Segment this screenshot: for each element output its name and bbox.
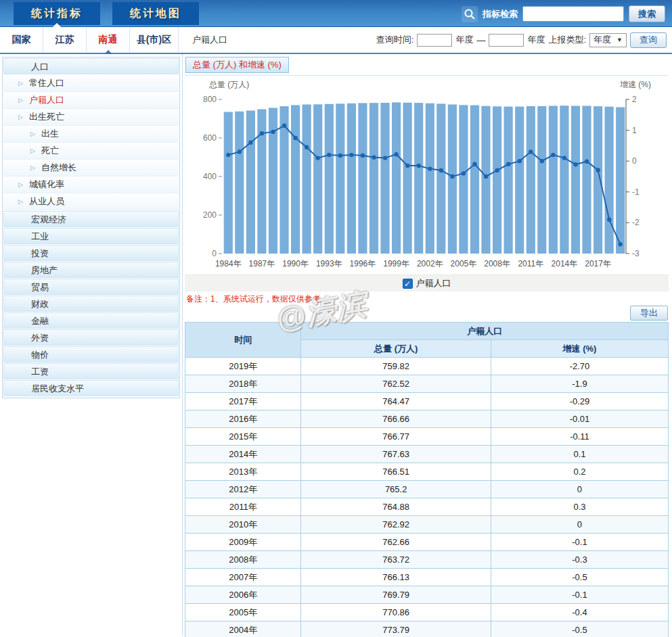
search-label: 指标检索	[483, 8, 518, 20]
export-row: 导出	[185, 304, 669, 322]
expand-arrow-icon[interactable]: ▷	[30, 164, 35, 171]
population-chart: 8006004002000210-1-2-31984年1987年1990年199…	[185, 93, 662, 275]
svg-text:-3: -3	[632, 249, 640, 258]
svg-text:200: 200	[203, 210, 217, 220]
cell-year: 2011年	[185, 498, 301, 516]
sidebar-item-从业人员[interactable]: ▷从业人员	[3, 193, 179, 210]
svg-text:400: 400	[203, 172, 217, 181]
expand-arrow-icon[interactable]: ▷	[30, 131, 35, 137]
svg-text:2011年: 2011年	[518, 259, 543, 268]
sidebar-item-房地产[interactable]: 房地产	[3, 262, 179, 278]
tab-label: 统计指标	[31, 7, 83, 19]
sidebar-item-label: 户籍人口	[29, 94, 64, 106]
chart-tab-total-growth[interactable]: 总量 (万人) 和增速 (%)	[185, 57, 289, 73]
tab-statistical-indicators[interactable]: 统计指标	[14, 2, 100, 25]
expand-arrow-icon[interactable]: ▷	[18, 80, 23, 87]
sidebar-list: 人口▷常住人口▷户籍人口▷出生死亡▷出生▷死亡▷自然增长▷城镇化率▷从业人员宏观…	[2, 57, 180, 398]
sidebar-item-城镇化率[interactable]: ▷城镇化率	[3, 176, 179, 193]
svg-text:1996年: 1996年	[350, 259, 376, 268]
cell-growth: 0.1	[491, 446, 668, 463]
report-type-select[interactable]: 年度 ▼	[589, 33, 627, 47]
sidebar: 人口▷常住人口▷户籍人口▷出生死亡▷出生▷死亡▷自然增长▷城镇化率▷从业人员宏观…	[0, 54, 183, 636]
left-axis-title: 总量 (万人)	[209, 79, 249, 91]
sidebar-item-label: 金融	[31, 316, 49, 326]
sidebar-item-贸易[interactable]: 贸易	[3, 279, 179, 295]
cell-total: 763.72	[301, 551, 491, 569]
svg-text:2017年: 2017年	[585, 259, 611, 268]
cell-year: 2014年	[185, 446, 301, 463]
cell-total: 766.77	[301, 428, 491, 446]
table-row: 2008年763.72-0.3	[185, 551, 669, 569]
tab-statistical-map[interactable]: 统计地图	[112, 2, 199, 25]
cell-year: 2018年	[185, 375, 301, 393]
expand-arrow-icon[interactable]: ▷	[18, 97, 23, 103]
expand-arrow-icon[interactable]: ▷	[30, 147, 35, 154]
svg-text:2008年: 2008年	[484, 259, 510, 268]
sidebar-item-label: 宏观经济	[31, 214, 66, 225]
search-input[interactable]	[522, 6, 624, 22]
year-to-input[interactable]	[489, 34, 524, 47]
sidebar-item-出生[interactable]: ▷出生	[3, 126, 179, 143]
cell-total: 773.79	[301, 621, 491, 637]
main-content: 总量 (万人) 和增速 (%) 总量 (万人) 增速 (%) 800600400…	[183, 54, 672, 636]
export-button[interactable]: 导出	[630, 306, 668, 321]
expand-arrow-icon[interactable]: ▷	[18, 198, 23, 205]
region-tab-country[interactable]: 国家	[0, 27, 43, 53]
body: 人口▷常住人口▷户籍人口▷出生死亡▷出生▷死亡▷自然增长▷城镇化率▷从业人员宏观…	[0, 54, 672, 636]
search-button[interactable]: 搜索	[629, 5, 665, 22]
sidebar-item-财政[interactable]: 财政	[3, 296, 179, 312]
region-label: 南通	[99, 34, 118, 46]
sidebar-item-label: 财政	[31, 299, 49, 309]
cell-year: 2007年	[185, 569, 301, 586]
cell-year: 2005年	[185, 604, 301, 621]
expand-arrow-icon[interactable]: ▷	[18, 181, 23, 188]
svg-text:1: 1	[632, 126, 637, 135]
sidebar-item-户籍人口[interactable]: ▷户籍人口	[3, 92, 179, 109]
sidebar-item-常住人口[interactable]: ▷常住人口	[3, 75, 179, 92]
right-axis-title: 增速 (%)	[620, 79, 651, 91]
cell-growth: -0.11	[491, 428, 668, 446]
cell-growth: -2.70	[491, 358, 668, 375]
region-label: 国家	[12, 34, 31, 46]
page-title: 户籍人口	[192, 27, 227, 53]
sidebar-item-label: 出生死亡	[29, 111, 64, 123]
chart-tabbar: 总量 (万人) 和增速 (%)	[185, 54, 669, 76]
sidebar-item-投资[interactable]: 投资	[3, 245, 179, 261]
sidebar-item-工业[interactable]: 工业	[3, 228, 179, 244]
sidebar-item-宏观经济[interactable]: 宏观经济	[3, 211, 179, 227]
sidebar-item-出生死亡[interactable]: ▷出生死亡	[3, 109, 179, 126]
sidebar-item-label: 房地产	[31, 265, 58, 275]
cell-total: 759.82	[301, 358, 491, 375]
sidebar-item-金融[interactable]: 金融	[3, 312, 179, 329]
svg-text:600: 600	[203, 133, 217, 143]
system-note: 备注：1、系统试运行，数据仅供参考。	[185, 293, 669, 304]
sidebar-item-物价[interactable]: 物价	[3, 346, 179, 362]
table-row: 2005年770.86-0.4	[185, 604, 669, 621]
cell-total: 767.63	[301, 446, 491, 463]
expand-arrow-icon[interactable]: ▷	[18, 114, 23, 120]
sidebar-item-居民收支水平[interactable]: 居民收支水平	[3, 380, 179, 396]
sidebar-item-死亡[interactable]: ▷死亡	[3, 143, 179, 160]
population-table: 时间 户籍人口 总量 (万人) 增速 (%) 2019年759.82-2.702…	[185, 322, 669, 637]
sidebar-item-label: 自然增长	[41, 162, 76, 174]
region-tab-nantong[interactable]: 南通	[87, 27, 130, 53]
sidebar-item-工资[interactable]: 工资	[3, 363, 179, 379]
region-tab-county[interactable]: 县(市)区	[130, 27, 179, 53]
svg-text:2: 2	[632, 95, 637, 104]
table-row: 2015年766.77-0.11	[185, 428, 669, 446]
query-button[interactable]: 查询	[630, 32, 667, 48]
sidebar-item-label: 常住人口	[29, 77, 64, 89]
table-row: 2016年766.66-0.01	[185, 410, 669, 428]
cell-total: 770.86	[301, 604, 491, 621]
cell-growth: -0.01	[491, 410, 668, 428]
year-from-input[interactable]	[417, 34, 452, 47]
caret-down-icon: ▼	[617, 37, 623, 43]
legend-checkbox[interactable]: ✓	[403, 279, 413, 289]
cell-growth: -0.1	[491, 586, 668, 604]
region-tab-jiangsu[interactable]: 江苏	[43, 27, 87, 53]
sidebar-item-自然增长[interactable]: ▷自然增长	[3, 160, 179, 176]
cell-growth: -0.29	[491, 393, 668, 410]
sidebar-item-人口[interactable]: 人口	[3, 58, 179, 74]
sidebar-item-label: 死亡	[41, 145, 59, 157]
sidebar-item-外资[interactable]: 外资	[3, 329, 179, 346]
